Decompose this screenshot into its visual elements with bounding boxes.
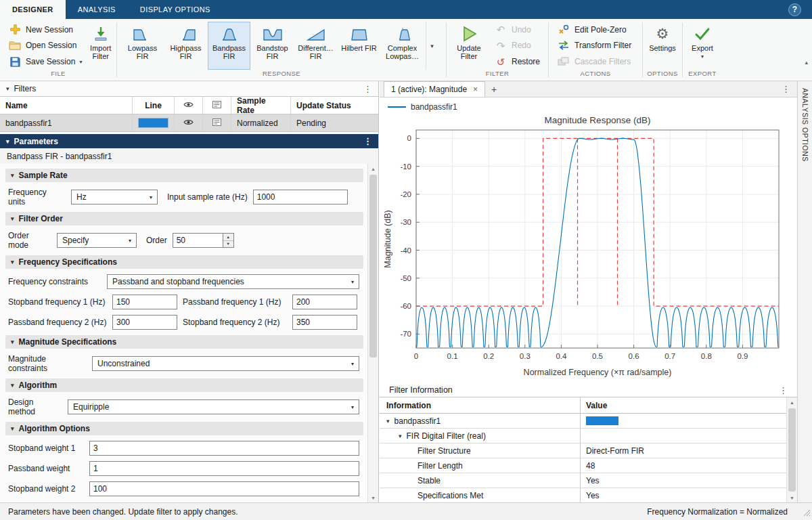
response-hilbert-fir-button[interactable]: Hilbert FIR — [338, 22, 380, 70]
scroll-down-icon[interactable]: ▼ — [368, 493, 378, 502]
info-row-length[interactable]: Filter Length 48 — [380, 458, 797, 473]
response-bandpass-fir-button[interactable]: Bandpass FIR — [208, 22, 250, 70]
order-spinner[interactable]: ▴ ▾ — [173, 233, 234, 248]
algorithm-header: Algorithm — [19, 381, 58, 390]
order-mode-select[interactable]: Specify ▾ — [57, 233, 137, 248]
annotation-toggle-icon[interactable] — [212, 118, 221, 128]
cascade-filters-button[interactable]: Cascade Filters — [553, 54, 638, 69]
parameters-scrollbar-thumb[interactable] — [369, 175, 377, 358]
filter-information-title: Filter Information — [389, 385, 453, 395]
edit-pole-zero-button[interactable]: Edit Pole-Zero — [553, 22, 638, 37]
chevron-down-icon: ▾ — [351, 279, 354, 285]
section-filter-order[interactable]: ▾ Filter Order — [5, 212, 363, 225]
chevron-down-icon: ▾ — [351, 361, 354, 367]
design-panel: ▾ Filters ⋮ Name Line Sample Rate Update… — [0, 81, 379, 502]
settings-button[interactable]: ⚙ Settings — [647, 22, 678, 70]
info-row-stable[interactable]: Stable Yes — [380, 473, 797, 488]
open-session-button[interactable]: Open Session — [4, 38, 86, 53]
collapse-parameters-icon[interactable]: ▾ — [6, 138, 9, 145]
design-method-select[interactable]: Equiripple ▾ — [68, 399, 359, 414]
stopband-weight-2-field[interactable] — [89, 481, 359, 496]
info-row-structure[interactable]: Filter Structure Direct-Form FIR — [380, 443, 797, 458]
export-button[interactable]: Export ▾ — [687, 22, 718, 70]
scroll-up-icon[interactable]: ▲ — [787, 397, 797, 407]
section-algorithm[interactable]: ▾ Algorithm — [5, 378, 363, 392]
magnitude-constraints-select[interactable]: Unconstrained ▾ — [92, 356, 359, 371]
section-algorithm-options[interactable]: ▾ Algorithm Options — [5, 422, 363, 435]
help-button[interactable]: ? — [788, 3, 801, 16]
tab-analysis[interactable]: ANALYSIS — [66, 0, 128, 19]
response-lowpass-fir-button[interactable]: Lowpass FIR — [121, 22, 164, 70]
info-label: Filter Structure — [418, 446, 471, 456]
undo-button[interactable]: ↶ Undo — [490, 22, 544, 37]
import-filter-button[interactable]: Import Filter — [89, 22, 112, 70]
svg-text:-70: -70 — [400, 330, 411, 338]
input-sample-rate-field[interactable] — [253, 190, 348, 204]
analysis-options-tab[interactable]: ANALYSIS OPTIONS — [801, 88, 809, 162]
undo-icon: ↶ — [494, 24, 508, 35]
resize-grip[interactable] — [803, 509, 811, 519]
passband-frequency-2-field[interactable] — [112, 315, 177, 330]
section-sample-rate[interactable]: ▾ Sample Rate — [5, 169, 363, 182]
bandstop-fir-icon — [263, 24, 283, 43]
collapse-ribbon-button[interactable]: ▴ — [805, 59, 808, 66]
filter-information-menu-icon[interactable]: ⋮ — [779, 386, 788, 395]
order-field[interactable] — [173, 233, 223, 248]
filter-information-scrollbar[interactable]: ▲ ▼ — [786, 397, 797, 502]
line-color-swatch[interactable] — [138, 118, 168, 128]
tab-display-options[interactable]: DISPLAY OPTIONS — [128, 0, 223, 19]
passband-frequency-1-field[interactable] — [292, 295, 357, 309]
response-complex-lowpass-button[interactable]: Complex Lowpas… — [381, 22, 424, 70]
info-row-filter[interactable]: ▾bandpassfir1 — [380, 414, 797, 429]
filter-information-scrollbar-thumb[interactable] — [788, 408, 796, 492]
frequency-units-select[interactable]: Hz ▾ — [71, 190, 158, 204]
filter-visibility-cell — [175, 114, 203, 131]
passband-weight-field[interactable] — [89, 461, 359, 476]
filter-table-row[interactable]: bandpassfir1 Normalized Pending — [0, 114, 378, 131]
save-session-button[interactable]: Save Session ▾ — [4, 54, 86, 69]
restore-button[interactable]: ↺ Restore — [490, 54, 544, 69]
edit-pole-zero-label: Edit Pole-Zero — [574, 25, 627, 35]
transform-filter-button[interactable]: Transform Filter — [553, 38, 638, 53]
parameters-scrollbar[interactable]: ▲ ▼ — [367, 164, 378, 502]
file-section-label: FILE — [0, 70, 116, 81]
close-tab-icon[interactable]: × — [473, 85, 478, 94]
scroll-up-icon[interactable]: ▲ — [368, 164, 378, 173]
chart-legend[interactable]: bandpassfir1 — [388, 102, 457, 112]
stopband-weight-1-field[interactable] — [89, 441, 359, 456]
save-session-dropdown-icon[interactable]: ▾ — [79, 59, 82, 65]
stopband-frequency-1-field[interactable] — [112, 295, 177, 309]
new-session-button[interactable]: New Session — [4, 22, 86, 37]
collapse-filters-icon[interactable]: ▾ — [6, 85, 9, 92]
stopband-frequency-2-field[interactable] — [292, 315, 357, 330]
filters-panel-title: Filters — [14, 84, 37, 93]
info-row-specifications-met[interactable]: Specifications Met Yes — [380, 488, 797, 503]
section-magnitude-specifications[interactable]: ▾ Magnitude Specifications — [5, 335, 363, 349]
update-filter-button[interactable]: Update Filter — [451, 22, 487, 70]
parameters-menu-icon[interactable]: ⋮ — [363, 137, 372, 146]
info-row-filter-type[interactable]: ▾FIR Digital Filter (real) — [380, 429, 797, 443]
tab-designer[interactable]: DESIGNER — [0, 0, 66, 19]
document-menu-icon[interactable]: ⋮ — [782, 85, 790, 93]
response-highpass-fir-button[interactable]: Highpass FIR — [164, 22, 207, 70]
visibility-toggle-icon[interactable] — [183, 118, 194, 128]
filters-menu-icon[interactable]: ⋮ — [363, 85, 372, 93]
response-bandstop-fir-button[interactable]: Bandstop FIR — [251, 22, 294, 70]
section-frequency-specifications[interactable]: ▾ Frequency Specifications — [5, 255, 363, 269]
expand-icon[interactable]: ▾ — [386, 418, 390, 425]
spinner-buttons[interactable]: ▴ ▾ — [223, 233, 234, 248]
response-gallery-dropdown[interactable]: ▾ — [426, 22, 438, 70]
spinner-down-icon[interactable]: ▾ — [223, 241, 233, 248]
scroll-down-icon[interactable]: ▼ — [787, 493, 797, 502]
svg-text:-30: -30 — [400, 218, 411, 226]
spinner-up-icon[interactable]: ▴ — [223, 234, 233, 241]
magnitude-response-chart[interactable]: 00.10.20.30.40.50.60.70.80.90-10-20-30-4… — [382, 114, 791, 379]
filter-color-swatch[interactable] — [586, 416, 618, 425]
frequency-constraints-select[interactable]: Passband and stopband frequencies ▾ — [107, 274, 359, 289]
svg-text:0.9: 0.9 — [737, 352, 748, 360]
redo-button[interactable]: ↷ Redo — [490, 38, 544, 53]
expand-icon[interactable]: ▾ — [399, 433, 402, 439]
new-analysis-tab-button[interactable]: + — [485, 81, 503, 97]
tab-magnitude-response[interactable]: 1 (active): Magnitude × — [384, 81, 485, 97]
response-differentiator-fir-button[interactable]: Different… FIR — [294, 22, 337, 70]
